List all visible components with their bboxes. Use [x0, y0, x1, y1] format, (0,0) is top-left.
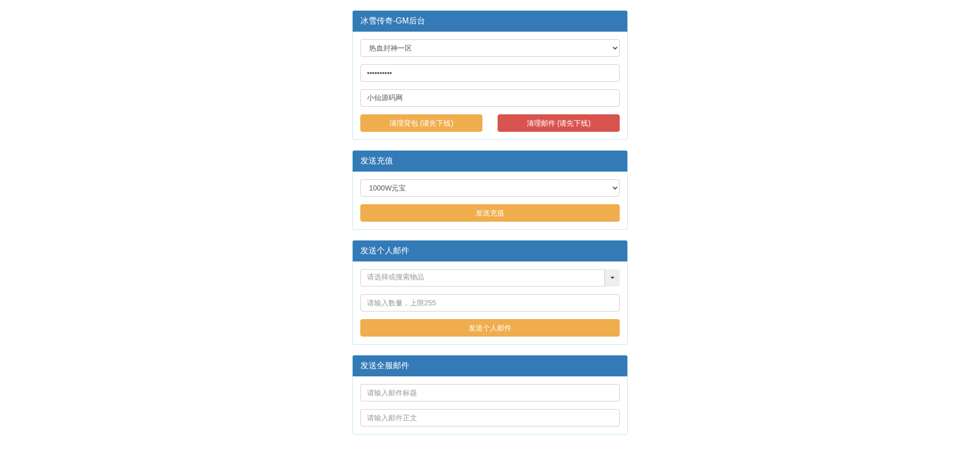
panel-body-recharge: 1000W元宝 发送充值: [353, 172, 627, 229]
password-input[interactable]: [360, 64, 620, 82]
panel-title-recharge: 发送充值: [353, 151, 627, 172]
panel-title-personal-mail: 发送个人邮件: [353, 241, 627, 261]
server-select[interactable]: 热血封神一区: [360, 39, 620, 57]
quantity-input[interactable]: [360, 294, 620, 312]
button-row: 清理背包 (请先下线) 清理邮件 (请先下线): [360, 114, 620, 132]
recharge-select[interactable]: 1000W元宝: [360, 179, 620, 197]
panel-body-server-mail: [353, 376, 627, 434]
clear-bag-button[interactable]: 清理背包 (请先下线): [360, 114, 482, 132]
panel-server-mail: 发送全服邮件: [352, 355, 628, 435]
player-name-input[interactable]: [360, 89, 620, 107]
panel-body-personal-mail: 请选择或搜索物品 发送个人邮件: [353, 261, 627, 344]
main-container: 冰雪传奇-GM后台 热血封神一区 清理背包 (请先下线) 清理邮件 (请先下线)…: [345, 10, 635, 435]
mail-body-input[interactable]: [360, 409, 620, 426]
panel-title-server-mail: 发送全服邮件: [353, 355, 627, 376]
item-combobox-input: 请选择或搜索物品: [360, 269, 620, 286]
clear-mail-button[interactable]: 清理邮件 (请先下线): [498, 114, 620, 132]
send-recharge-button[interactable]: 发送充值: [360, 204, 620, 222]
panel-body-gm: 热血封神一区 清理背包 (请先下线) 清理邮件 (请先下线): [353, 32, 627, 139]
panel-title-gm: 冰雪传奇-GM后台: [353, 11, 627, 32]
mail-subject-input[interactable]: [360, 384, 620, 401]
panel-gm-backend: 冰雪传奇-GM后台 热血封神一区 清理背包 (请先下线) 清理邮件 (请先下线): [352, 10, 628, 140]
send-personal-mail-button[interactable]: 发送个人邮件: [360, 319, 620, 337]
panel-personal-mail: 发送个人邮件 请选择或搜索物品 发送个人邮件: [352, 240, 628, 345]
panel-send-recharge: 发送充值 1000W元宝 发送充值: [352, 150, 628, 230]
item-combobox[interactable]: 请选择或搜索物品: [360, 269, 620, 286]
